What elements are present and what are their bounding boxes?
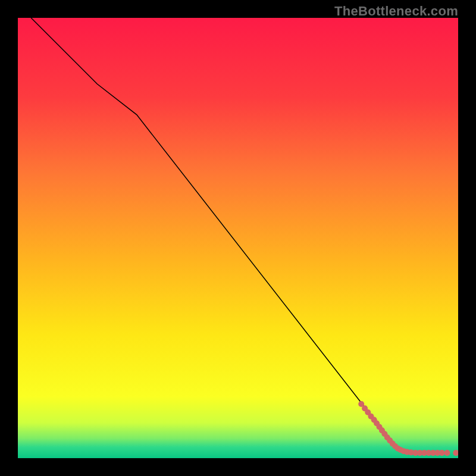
- plot-area: [18, 18, 458, 458]
- attribution-text: TheBottleneck.com: [334, 4, 458, 19]
- scatter-dots: [358, 401, 458, 456]
- chart-overlay: [18, 18, 458, 458]
- scatter-dot: [453, 450, 458, 456]
- scatter-dot: [439, 450, 445, 456]
- scatter-dot: [444, 450, 450, 456]
- curve-line: [31, 18, 401, 449]
